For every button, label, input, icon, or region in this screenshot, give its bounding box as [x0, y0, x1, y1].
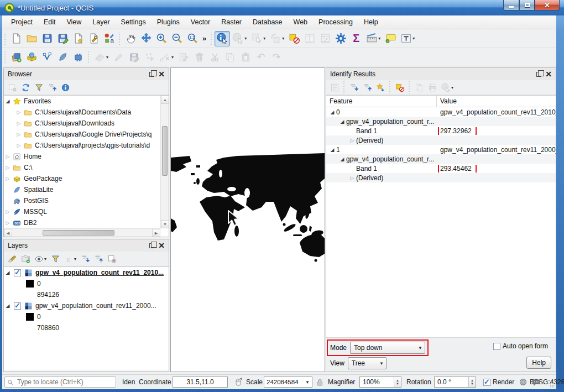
browser-vertical-scrollbar[interactable]: ▲ ▼ [160, 96, 169, 228]
layers-close-button[interactable]: ✕ [156, 241, 166, 250]
identify-row-derived-2000[interactable]: ▷(Derived) [326, 173, 556, 182]
zoom-in-button[interactable] [154, 31, 169, 46]
coordinate-field[interactable]: 31.5,11.0 [173, 377, 228, 388]
menu-web[interactable]: Web [288, 17, 313, 28]
browser-item-geopackage[interactable]: ▷GeoPackage [4, 173, 160, 184]
auto-open-form-checkbox[interactable] [493, 343, 500, 350]
menu-project[interactable]: Project [6, 17, 38, 28]
maximize-button[interactable] [519, 0, 535, 11]
menu-view[interactable]: View [61, 17, 87, 28]
help-button[interactable]: Help [526, 357, 551, 369]
measure-line-button[interactable] [364, 31, 379, 46]
expand-new-results-button[interactable] [374, 81, 387, 94]
identify-row-feature-1[interactable]: ◢1gpw_v4_population_count_rev11_2000_... [326, 145, 556, 154]
minimize-button[interactable] [503, 0, 519, 11]
identify-row-band1-2000[interactable]: Band 1293.45462 [326, 164, 556, 173]
browser-item-c-drive[interactable]: ▷C:\ [4, 162, 160, 173]
menu-plugins[interactable]: Plugins [152, 17, 185, 28]
collapse-all-button[interactable] [45, 81, 59, 94]
browser-horizontal-scrollbar[interactable]: ◀ ▶ [4, 228, 160, 237]
new-geopackage-layer-button[interactable] [24, 49, 39, 65]
add-selected-layers-button[interactable] [6, 81, 19, 94]
current-edits-button[interactable] [92, 49, 107, 65]
identify-row-band1-2010[interactable]: Band 1297.32962 [326, 126, 556, 135]
run-feature-action-button[interactable] [230, 31, 246, 46]
style-manager-button[interactable] [101, 31, 117, 46]
pan-to-selection-button[interactable] [138, 31, 154, 46]
layers-float-button[interactable] [147, 241, 156, 250]
browser-item-postgis[interactable]: PostGIS [4, 195, 160, 206]
identify-row-layer-2000[interactable]: ◢gpw_v4_population_count_r... [326, 154, 556, 164]
identify-float-button[interactable] [534, 70, 544, 79]
print-results-button[interactable] [426, 81, 439, 94]
mode-combobox[interactable]: Top down▼ [350, 342, 425, 354]
collapse-all-layers-button[interactable] [92, 252, 105, 265]
identify-features-button[interactable] [215, 31, 230, 46]
rotation-spinbox[interactable]: 0.0 °▲▼ [434, 377, 476, 388]
statistical-summary-button[interactable]: Σ [348, 31, 364, 46]
text-annotation-button[interactable] [398, 31, 414, 46]
manage-map-themes-button[interactable] [32, 252, 45, 265]
layer-item-2000[interactable]: ◢gpw_v4_population_count_rev11_2000... [4, 300, 169, 311]
expand-all-layers-button[interactable] [79, 252, 92, 265]
save-project-button[interactable] [39, 31, 55, 46]
zoom-native-button[interactable] [185, 31, 200, 46]
deselect-features-button[interactable] [268, 31, 283, 46]
select-features-button[interactable] [249, 31, 264, 46]
menu-database[interactable]: Database [247, 17, 288, 28]
browser-float-button[interactable] [147, 70, 156, 79]
open-form-button[interactable] [328, 81, 341, 94]
scale-combobox[interactable]: 242084584▼ [264, 377, 312, 388]
new-spatialite-layer-button[interactable] [55, 49, 70, 65]
browser-item-documents-data[interactable]: ▷C:\Users\ujaval\Documents\Data [4, 107, 160, 118]
menu-help[interactable]: Help [358, 17, 384, 28]
filter-by-expression-button[interactable]: ε [62, 252, 75, 265]
collapse-tree-button[interactable] [361, 81, 374, 94]
save-layer-edits-button[interactable] [126, 49, 142, 65]
zoom-out-button[interactable] [169, 31, 185, 46]
identify-column-headers[interactable]: Feature Value [326, 96, 556, 107]
menu-processing[interactable]: Processing [313, 17, 358, 28]
open-layer-styling-button[interactable] [6, 252, 19, 265]
browser-item-favorites[interactable]: ◢Favorites [4, 96, 160, 107]
clear-all-selections-button[interactable] [286, 31, 302, 46]
add-group-button[interactable] [19, 252, 32, 265]
vertex-tool-button[interactable] [157, 49, 173, 65]
layer-item-2010[interactable]: ◢gpw_v4_population_count_rev11_2010... [4, 267, 169, 278]
clear-results-button[interactable] [393, 81, 406, 94]
new-shapefile-layer-button[interactable] [39, 49, 55, 65]
resize-grip[interactable] [550, 383, 555, 388]
identify-row-derived-2010[interactable]: ▷(Derived) [326, 135, 556, 145]
menu-vector[interactable]: Vector [185, 17, 216, 28]
browser-item-db2[interactable]: ▷DB2 [4, 217, 160, 228]
data-source-manager-button[interactable] [8, 49, 24, 65]
browser-item-home[interactable]: ▷Home [4, 151, 160, 162]
toolbar-overflow-chevron[interactable]: » [200, 34, 208, 43]
filter-browser-button[interactable] [32, 81, 45, 94]
expand-tree-button[interactable] [347, 81, 361, 94]
delete-selected-button[interactable] [191, 49, 207, 65]
add-feature-button[interactable] [142, 49, 157, 65]
filter-legend-button[interactable] [49, 252, 62, 265]
menu-layer[interactable]: Layer [87, 17, 115, 28]
undo-button[interactable]: ↶ [253, 49, 269, 65]
properties-button[interactable] [59, 81, 72, 94]
close-button[interactable]: ✕ [535, 0, 560, 11]
toggle-editing-button[interactable] [111, 49, 126, 65]
locator-search-input[interactable] [4, 377, 116, 388]
new-virtual-layer-button[interactable] [70, 49, 86, 65]
statistics-button[interactable] [317, 31, 333, 46]
crs-globe-icon[interactable] [519, 377, 528, 388]
browser-item-google-drive[interactable]: ▷C:\Users\ujaval\Google Drive\Projects\q [4, 129, 160, 140]
title-bar[interactable]: *Untitled Project - QGIS ✕ [0, 0, 564, 15]
browser-item-qgis-tutorials[interactable]: ▷C:\Users\ujaval\projects\qgis-tutorials… [4, 140, 160, 151]
processing-toolbox-button[interactable] [333, 31, 348, 46]
cut-features-button[interactable] [207, 49, 222, 65]
remove-layer-button[interactable] [105, 252, 118, 265]
new-print-layout-button[interactable] [70, 31, 86, 46]
layer-2000-checkbox[interactable] [14, 302, 21, 310]
layer-2010-checkbox[interactable] [14, 269, 21, 276]
open-project-button[interactable] [24, 31, 39, 46]
map-canvas[interactable] [170, 67, 325, 372]
identify-close-button[interactable]: ✕ [544, 70, 553, 79]
